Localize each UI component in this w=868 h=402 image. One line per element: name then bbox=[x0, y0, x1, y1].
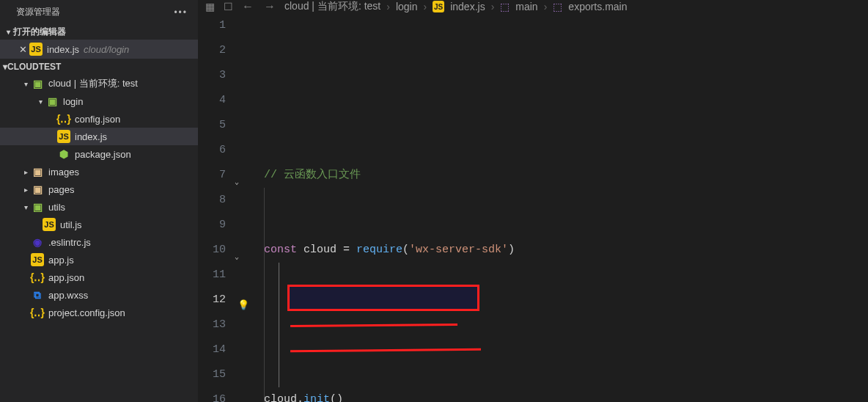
tree-label: config.json bbox=[75, 114, 120, 125]
tree-label: cloud | 当前环境: test bbox=[48, 77, 138, 90]
chevron-down-icon: ▾ bbox=[21, 80, 31, 88]
tree-folder-login[interactable]: ▾ ▣ login bbox=[0, 92, 198, 110]
project-name: CLOUDTEST bbox=[7, 62, 61, 72]
nav-forward-icon[interactable]: → bbox=[264, 0, 276, 13]
tree-file-eslintrc[interactable]: ▾ ◉ .eslintrc.js bbox=[0, 233, 198, 251]
node-icon: ⬢ bbox=[57, 147, 70, 161]
nav-arrows: ← → bbox=[242, 0, 276, 13]
close-icon[interactable]: ✕ bbox=[16, 44, 29, 55]
module-icon: ⬚ bbox=[553, 1, 562, 12]
file-tree: ▾ ▣ cloud | 当前环境: test ▾ ▣ login {‥} con… bbox=[0, 75, 198, 402]
js-icon: JS bbox=[433, 1, 444, 12]
chevron-right-icon: ▸ bbox=[21, 168, 31, 176]
tree-label: utils bbox=[48, 202, 65, 213]
chevron-right-icon: › bbox=[424, 1, 427, 12]
tree-label: index.js bbox=[75, 131, 107, 142]
tree-label: app.wxss bbox=[48, 290, 88, 301]
chevron-right-icon: › bbox=[544, 1, 548, 12]
breadcrumb[interactable]: cloud | 当前环境: test › login › JS index.js… bbox=[284, 0, 628, 13]
tree-folder-cloud[interactable]: ▾ ▣ cloud | 当前环境: test bbox=[0, 75, 198, 92]
folder-icon: ▣ bbox=[45, 95, 59, 108]
tree-file-app-wxss[interactable]: ▾ ⧉ app.wxss bbox=[0, 286, 198, 304]
tree-file-package-json[interactable]: ⬢ package.json bbox=[0, 145, 198, 163]
breadcrumb-segment[interactable]: cloud | 当前环境: test bbox=[284, 0, 380, 13]
tree-file-app-js[interactable]: ▾ JS app.js bbox=[0, 251, 198, 268]
chevron-down-icon: ▾ bbox=[35, 98, 45, 106]
chevron-right-icon: › bbox=[491, 1, 495, 12]
editor-main: ▦ ☐ ← → cloud | 当前环境: test › login › JS … bbox=[198, 0, 868, 402]
chevron-down-icon: ▾ bbox=[3, 28, 13, 36]
tree-folder-utils[interactable]: ▾ ▣ utils bbox=[0, 198, 198, 216]
breadcrumb-segment[interactable]: main bbox=[515, 1, 537, 12]
tree-folder-images[interactable]: ▸ ▣ images bbox=[0, 163, 198, 180]
nav-back-icon[interactable]: ← bbox=[242, 0, 254, 13]
tree-label: login bbox=[63, 96, 83, 107]
tree-file-index-js[interactable]: JS index.js bbox=[0, 128, 198, 145]
grid-icon[interactable]: ▦ bbox=[205, 1, 215, 12]
js-icon: JS bbox=[31, 253, 44, 266]
folder-icon: ▣ bbox=[31, 77, 44, 90]
chevron-right-icon: ▸ bbox=[21, 186, 31, 194]
tree-file-config-json[interactable]: {‥} config.json bbox=[0, 110, 198, 128]
open-editor-path: cloud/login bbox=[84, 44, 129, 55]
chevron-right-icon: › bbox=[386, 1, 390, 12]
open-editor-name: index.js bbox=[47, 44, 79, 55]
tree-label: app.json bbox=[48, 272, 84, 283]
breadcrumb-segment[interactable]: login bbox=[396, 1, 418, 12]
json-icon: {‥} bbox=[31, 271, 44, 284]
sidebar-header: 资源管理器 ••• bbox=[0, 0, 198, 24]
tree-file-app-json[interactable]: ▾ {‥} app.json bbox=[0, 268, 198, 286]
breadcrumb-segment[interactable]: exports.main bbox=[568, 1, 627, 12]
fold-icon[interactable]: ⌄ bbox=[235, 170, 239, 195]
chevron-down-icon: ▾ bbox=[21, 203, 31, 211]
fold-icon[interactable]: ⌄ bbox=[235, 245, 239, 270]
tree-file-util-js[interactable]: JS util.js bbox=[0, 216, 198, 233]
tree-file-project-config-json[interactable]: ▾ {‥} project.config.json bbox=[0, 304, 198, 321]
tree-folder-pages[interactable]: ▸ ▣ pages bbox=[0, 180, 198, 198]
tree-label: images bbox=[48, 167, 79, 178]
sidebar-title: 资源管理器 bbox=[16, 6, 60, 18]
js-icon: JS bbox=[29, 43, 43, 56]
open-editor-item[interactable]: ✕ JS index.js cloud/login bbox=[0, 40, 198, 59]
code-editor[interactable]: 1 2 3 4 5 6 7⌄ 8 9 10⌄ 11 12💡 13 14 15 1… bbox=[198, 13, 868, 402]
js-icon: JS bbox=[57, 130, 70, 143]
eslint-icon: ◉ bbox=[31, 235, 44, 249]
more-actions-icon[interactable]: ••• bbox=[174, 7, 188, 18]
wxss-icon: ⧉ bbox=[31, 288, 44, 302]
folder-icon: ▣ bbox=[31, 200, 44, 213]
json-icon: {‥} bbox=[31, 306, 44, 319]
js-icon: JS bbox=[43, 218, 56, 231]
breadcrumb-segment[interactable]: index.js bbox=[450, 1, 485, 12]
editor-topbar: ▦ ☐ ← → cloud | 当前环境: test › login › JS … bbox=[198, 0, 868, 13]
open-editors-label: 打开的编辑器 bbox=[13, 26, 66, 38]
gutter: 1 2 3 4 5 6 7⌄ 8 9 10⌄ 11 12💡 13 14 15 1… bbox=[198, 13, 243, 402]
explorer-sidebar: 资源管理器 ••• ▾ 打开的编辑器 ✕ JS index.js cloud/l… bbox=[0, 0, 198, 402]
tree-label: app.js bbox=[48, 255, 74, 266]
folder-icon: ▣ bbox=[31, 165, 44, 178]
tree-label: project.config.json bbox=[48, 307, 125, 318]
strike-annotation bbox=[290, 348, 481, 352]
code-area[interactable]: // 云函数入口文件 const cloud = require('wx-ser… bbox=[243, 13, 868, 402]
project-header[interactable]: ▾ CLOUDTEST bbox=[0, 59, 198, 75]
highlight-annotation bbox=[287, 285, 479, 311]
open-editors-header[interactable]: ▾ 打开的编辑器 bbox=[0, 24, 198, 40]
bookmark-icon[interactable]: ☐ bbox=[224, 1, 233, 12]
module-icon: ⬚ bbox=[500, 1, 510, 12]
tree-label: util.js bbox=[60, 219, 82, 230]
folder-icon: ▣ bbox=[31, 183, 44, 196]
tree-label: .eslintrc.js bbox=[48, 237, 91, 248]
json-icon: {‥} bbox=[57, 112, 70, 125]
tree-label: pages bbox=[48, 184, 74, 195]
tree-label: package.json bbox=[75, 149, 131, 160]
